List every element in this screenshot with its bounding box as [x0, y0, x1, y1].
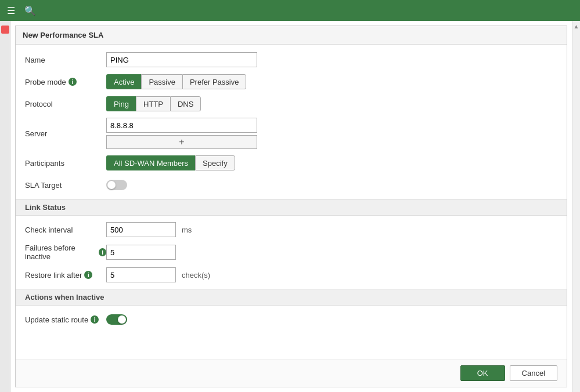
protocol-group: Ping HTTP DNS [106, 96, 201, 111]
restore-info-icon[interactable]: i [84, 271, 92, 279]
ok-button[interactable]: OK [460, 365, 505, 381]
dialog-body: Name Probe mode i Active Passive [16, 45, 567, 359]
dialog-footer: OK Cancel [16, 359, 567, 387]
probe-mode-field: Active Passive Prefer Passive [106, 74, 246, 89]
participants-group: All SD-WAN Members Specify [106, 155, 235, 170]
failures-label: Failures before inactive i [25, 244, 106, 261]
participants-field: All SD-WAN Members Specify [106, 155, 235, 170]
sidebar-indicator [1, 26, 9, 34]
name-label: Name [25, 56, 106, 64]
probe-mode-group: Active Passive Prefer Passive [106, 74, 246, 89]
sla-target-field [106, 180, 127, 190]
name-row: Name [25, 52, 557, 68]
participants-specify-btn[interactable]: Specify [195, 155, 235, 170]
dialog-title: New Performance SLA [16, 26, 567, 45]
probe-mode-passive-btn[interactable]: Passive [141, 74, 182, 89]
sla-target-track [106, 180, 127, 190]
probe-mode-row: Probe mode i Active Passive Prefer Passi… [25, 74, 557, 90]
protocol-ping-btn[interactable]: Ping [106, 96, 136, 111]
restore-unit: check(s) [182, 271, 210, 280]
update-static-route-row: Update static route i [25, 311, 557, 328]
participants-row: Participants All SD-WAN Members Specify [25, 155, 557, 171]
dialog: New Performance SLA Name Probe mode i [15, 26, 567, 387]
participants-all-btn[interactable]: All SD-WAN Members [106, 155, 195, 170]
protocol-field: Ping HTTP DNS [106, 96, 201, 111]
topbar: ☰ 🔍 [0, 0, 580, 21]
cancel-button[interactable]: Cancel [510, 365, 557, 381]
left-sidebar [0, 21, 10, 392]
restore-input[interactable] [106, 267, 176, 282]
server-group: + [106, 118, 257, 149]
scroll-up-icon[interactable]: ▲ [574, 23, 579, 30]
failures-row: Failures before inactive i [25, 244, 557, 261]
check-interval-unit: ms [182, 226, 192, 234]
protocol-row: Protocol Ping HTTP DNS [25, 96, 557, 112]
update-static-route-label: Update static route i [25, 315, 106, 324]
server-label: Server [25, 129, 106, 138]
link-status-section: Link Status [16, 199, 567, 216]
protocol-dns-btn[interactable]: DNS [170, 96, 201, 111]
add-server-btn[interactable]: + [106, 135, 257, 149]
check-interval-row: Check interval ms [25, 222, 557, 238]
failures-info-icon[interactable]: i [99, 248, 106, 256]
probe-mode-active-btn[interactable]: Active [106, 74, 141, 89]
update-static-route-toggle[interactable] [106, 314, 127, 325]
sla-target-row: SLA Target [25, 177, 557, 193]
protocol-label: Protocol [25, 100, 106, 108]
menu-icon[interactable]: ☰ [7, 5, 15, 16]
name-input[interactable] [106, 52, 257, 67]
server-field: + [106, 118, 257, 149]
probe-mode-label: Probe mode i [25, 78, 106, 86]
failures-input[interactable] [106, 245, 176, 260]
failures-field [106, 245, 176, 260]
update-static-route-track [106, 314, 127, 325]
search-icon[interactable]: 🔍 [24, 5, 36, 16]
sla-target-label: SLA Target [25, 181, 106, 190]
restore-row: Restore link after i check(s) [25, 267, 557, 283]
server-input[interactable] [106, 118, 257, 133]
probe-mode-prefer-passive-btn[interactable]: Prefer Passive [182, 74, 247, 89]
protocol-http-btn[interactable]: HTTP [136, 96, 170, 111]
update-static-route-thumb [118, 315, 126, 324]
right-edge: ▲ [572, 21, 580, 392]
name-field [106, 52, 257, 67]
check-interval-input[interactable] [106, 222, 176, 237]
restore-field: check(s) [106, 267, 210, 282]
probe-mode-info-icon[interactable]: i [69, 78, 77, 86]
sla-target-toggle[interactable] [106, 180, 127, 190]
update-static-route-field [106, 314, 127, 325]
content-area: New Performance SLA Name Probe mode i [10, 21, 572, 392]
restore-label: Restore link after i [25, 271, 106, 280]
check-interval-label: Check interval [25, 226, 106, 234]
server-row: Server + [25, 118, 557, 149]
sla-target-thumb [107, 181, 116, 189]
add-server-icon: + [179, 137, 184, 147]
update-static-route-info-icon[interactable]: i [91, 315, 99, 324]
actions-section: Actions when Inactive [16, 289, 567, 306]
participants-label: Participants [25, 159, 106, 168]
check-interval-field: ms [106, 222, 192, 237]
